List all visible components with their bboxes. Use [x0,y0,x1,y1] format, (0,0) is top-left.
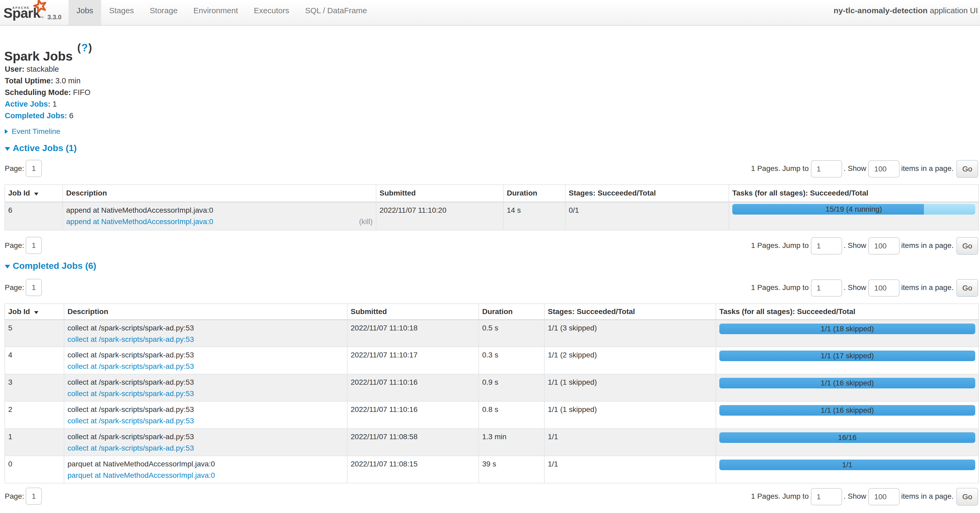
svg-text:Spark: Spark [3,5,41,21]
svg-text:TM: TM [40,16,43,19]
